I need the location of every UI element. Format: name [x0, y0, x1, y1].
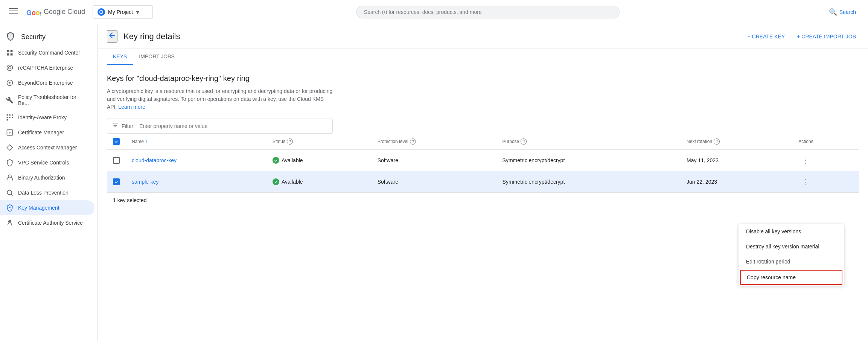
status-help-icon[interactable]: ? [287, 139, 293, 145]
create-key-button[interactable]: + CREATE KEY [745, 30, 788, 43]
svg-rect-16 [7, 117, 8, 118]
sidebar-item-beyondcorp[interactable]: BeyondCorp Enterprise [0, 75, 94, 90]
menu-icon[interactable] [6, 3, 21, 20]
diamond-icon [6, 144, 14, 151]
page-title: Key ring details [123, 32, 739, 41]
dlp-icon [6, 189, 14, 196]
svg-point-23 [9, 207, 10, 208]
create-import-job-button[interactable]: + CREATE IMPORT JOB [794, 30, 859, 43]
table-row: cloud-dataproc-key Available [107, 150, 859, 171]
iap-icon [6, 114, 14, 121]
row1-checkbox[interactable] [113, 157, 120, 164]
sidebar-item-data-loss-prevention[interactable]: Data Loss Prevention [0, 185, 94, 200]
row2-checkbox-cell [107, 171, 126, 193]
svg-point-11 [9, 67, 11, 69]
row1-protection-cell: Software [372, 150, 496, 171]
project-icon [97, 8, 105, 16]
search-bar [356, 6, 620, 18]
svg-rect-17 [9, 117, 10, 118]
table-row: sample-key Available [107, 171, 859, 193]
svg-rect-18 [12, 117, 13, 118]
rotation-help-icon[interactable]: ? [714, 139, 720, 145]
beyondcorp-icon [6, 79, 14, 87]
tab-import-jobs[interactable]: IMPORT JOBS [133, 49, 180, 65]
wrench-icon [6, 96, 14, 104]
actions-dropdown-menu: Disable all key versions Destroy all key… [739, 224, 844, 286]
svg-point-25 [9, 221, 11, 222]
google-cloud-logo: Google Google Cloud [26, 5, 85, 20]
project-selector[interactable]: My Project ▾ [93, 5, 153, 19]
search-icon: 🔍 [829, 8, 837, 16]
svg-rect-1 [9, 11, 18, 11]
row1-actions-cell: ⋮ [792, 150, 859, 171]
protection-help-icon[interactable]: ? [410, 139, 416, 145]
sidebar-item-key-management[interactable]: Key Management [0, 200, 94, 215]
project-dropdown-arrow: ▾ [136, 8, 139, 16]
recaptcha-icon [6, 64, 14, 72]
svg-point-5 [100, 11, 102, 13]
sidebar-item-recaptcha[interactable]: reCAPTCHA Enterprise [0, 60, 94, 75]
svg-rect-7 [11, 50, 13, 52]
sidebar-label: Access Context Manager [18, 145, 77, 151]
back-button[interactable] [107, 30, 117, 43]
sidebar-item-access-context-manager[interactable]: Access Context Manager [0, 140, 94, 155]
dropdown-item-edit-rotation[interactable]: Edit rotation period [739, 254, 844, 269]
svg-rect-8 [7, 53, 9, 56]
sort-icon[interactable]: ↑ [145, 139, 148, 144]
row1-status-icon [273, 157, 279, 164]
sidebar: Security Security Command Center reCAPTC… [0, 24, 98, 341]
search-input[interactable] [356, 6, 620, 18]
th-name: Name ↑ [126, 134, 266, 150]
svg-rect-15 [12, 114, 13, 116]
select-all-checkbox[interactable] [113, 138, 120, 145]
dropdown-item-destroy[interactable]: Destroy all key version material [739, 239, 844, 254]
keys-description: A cryptographic key is a resource that i… [107, 87, 333, 111]
sidebar-item-certificate-authority-service[interactable]: Certificate Authority Service [0, 215, 94, 230]
sidebar-item-identity-aware-proxy[interactable]: Identity-Aware Proxy [0, 110, 94, 125]
svg-rect-13 [7, 114, 8, 116]
row2-name-cell: sample-key [126, 171, 266, 193]
search-button[interactable]: 🔍 Search [823, 5, 862, 19]
svg-point-22 [7, 190, 12, 195]
svg-rect-2 [9, 13, 18, 14]
row1-actions-button[interactable]: ⋮ [798, 154, 812, 166]
key-management-icon [6, 204, 14, 212]
filter-input[interactable] [139, 123, 328, 129]
main-layout: Security Security Command Center reCAPTC… [0, 24, 868, 341]
svg-text:Google: Google [26, 9, 41, 17]
certificate-icon [6, 129, 14, 136]
dropdown-item-copy-resource-name[interactable]: Copy resource name [740, 270, 842, 285]
sidebar-item-certificate-manager[interactable]: Certificate Manager [0, 125, 94, 140]
search-label: Search [839, 9, 856, 15]
row1-key-link[interactable]: cloud-dataproc-key [132, 157, 177, 163]
selection-info: 1 key selected [107, 193, 859, 208]
sidebar-label: Policy Troubleshooter for Be... [18, 94, 88, 106]
row1-name-cell: cloud-dataproc-key [126, 150, 266, 171]
sidebar-title: Security [21, 33, 46, 41]
sidebar-label: Identity-Aware Proxy [18, 114, 67, 120]
sidebar-item-security-command-center[interactable]: Security Command Center [0, 45, 94, 60]
filter-bar: Filter [107, 119, 333, 134]
tabs-bar: KEYS IMPORT JOBS [98, 49, 868, 65]
dropdown-item-disable[interactable]: Disable all key versions [739, 224, 844, 239]
row2-key-link[interactable]: sample-key [132, 179, 159, 185]
row1-status-cell: Available [266, 150, 372, 171]
sidebar-label: Binary Authorization [18, 175, 65, 181]
sidebar-header: Security [0, 27, 97, 45]
purpose-help-icon[interactable]: ? [521, 139, 527, 145]
row2-checkbox[interactable] [113, 178, 120, 185]
th-next-rotation: Next rotation ? [681, 134, 792, 150]
sidebar-item-binary-authorization[interactable]: Binary Authorization [0, 170, 94, 185]
sidebar-item-policy-troubleshooter[interactable]: Policy Troubleshooter for Be... [0, 90, 94, 110]
row2-actions-button[interactable]: ⋮ [798, 176, 812, 188]
ca-service-icon [6, 219, 14, 227]
row2-actions-cell: ⋮ [792, 171, 859, 193]
row2-purpose-cell: Symmetric encrypt/decrypt [496, 171, 681, 193]
sidebar-item-vpc-service-controls[interactable]: VPC Service Controls [0, 155, 94, 170]
logo-text: Google Cloud [44, 8, 85, 16]
security-shield-icon [6, 32, 17, 42]
sidebar-label: Certificate Authority Service [18, 220, 83, 226]
row2-protection-cell: Software [372, 171, 496, 193]
tab-keys[interactable]: KEYS [107, 49, 133, 65]
learn-more-link[interactable]: Learn more [118, 104, 145, 110]
